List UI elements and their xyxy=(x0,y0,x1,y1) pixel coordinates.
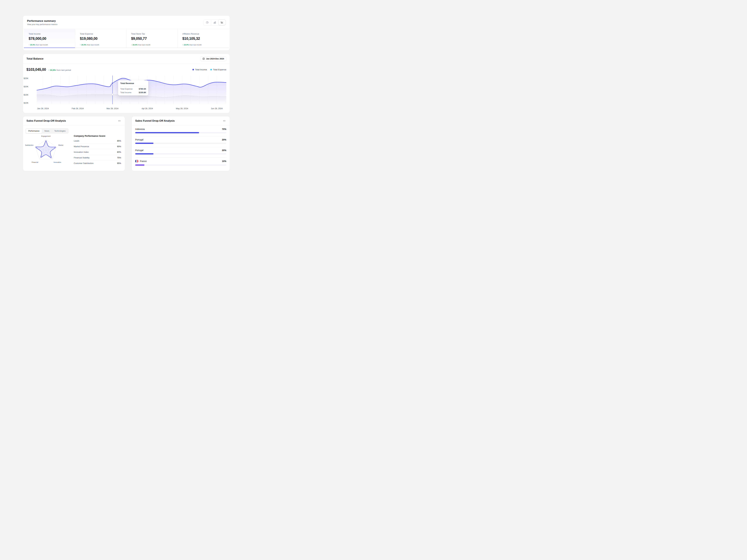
pie-chart-icon xyxy=(206,21,209,24)
country-label: Portugal xyxy=(135,138,143,141)
score-value: 95% xyxy=(117,162,121,164)
tooltip-row-label: Total Expense xyxy=(120,88,133,90)
score-label: Market Presence xyxy=(74,145,89,148)
company-performance-score: Company Performance Score Leads85% Marke… xyxy=(74,135,121,166)
score-row: Customer Satisfaction95% xyxy=(74,161,121,166)
legend-swatch xyxy=(210,69,212,70)
tooltip-row: Total Income$150.8K xyxy=(120,91,146,94)
radar-chart: EngagementMarketInnovationFinancialSatis… xyxy=(25,134,67,168)
metric-value: $10,105,32 xyxy=(182,36,225,41)
score-label: Financial Stability xyxy=(74,157,89,159)
x-axis-tick: Jan 28, 2024 xyxy=(32,107,54,110)
more-options-button[interactable] xyxy=(117,119,121,123)
balance-change: 10,5% xyxy=(50,69,56,71)
tooltip-title: Total Revenue xyxy=(120,82,146,84)
svg-text:Innovation: Innovation xyxy=(54,161,61,163)
drop-off-row-portugal-1[interactable]: Portugal20% xyxy=(135,136,226,147)
chart-type-toggle xyxy=(203,20,226,26)
arrow-up-icon: ↑ xyxy=(29,44,30,46)
progress-track xyxy=(135,164,226,166)
metric-change-suffix: than last month xyxy=(138,44,151,46)
drop-off-list: Indonesia70% Portugal20% Portugal20% Fra… xyxy=(132,126,230,169)
country-label: Indonesia xyxy=(135,128,145,130)
tab-news[interactable]: News xyxy=(42,129,52,133)
drop-off-row-france[interactable]: France 10% xyxy=(135,158,226,169)
performance-summary-card: Performance summary View your key perfor… xyxy=(23,16,230,50)
progress-track xyxy=(135,132,226,133)
sales-funnel-radar-card: Sales Funnel Drop-Off Analysis Performan… xyxy=(23,116,125,171)
metric-label: Affiliates Revenue xyxy=(182,33,225,35)
country-label: France xyxy=(140,160,147,162)
more-options-icon xyxy=(118,119,121,122)
bar-chart-toggle-button[interactable] xyxy=(211,20,218,25)
score-label: Leads xyxy=(74,140,79,142)
metric-change: 19.4% xyxy=(132,44,137,46)
more-options-icon xyxy=(223,119,226,122)
metric-value: $9,050,77 xyxy=(131,36,174,41)
metric-change-suffix: than last month xyxy=(189,44,202,46)
metric-total-income[interactable]: Total Income $78,000,00 ↑19.4%than last … xyxy=(24,29,75,48)
arrow-up-icon: ↑ xyxy=(182,44,183,46)
score-row: Innovation Index80% xyxy=(74,149,121,155)
drop-off-row-indonesia[interactable]: Indonesia70% xyxy=(135,126,226,136)
drop-off-row-portugal-2[interactable]: Portugal20% xyxy=(135,147,226,158)
tooltip-row-label: Total Income xyxy=(120,91,131,94)
metric-label: Total Expense xyxy=(80,33,123,35)
svg-text:Engagement: Engagement xyxy=(41,135,51,137)
drop-off-value: 20% xyxy=(222,149,226,152)
y-axis-tick: $20K xyxy=(24,85,33,88)
tooltip-row: Total Expense$780.5K xyxy=(120,88,146,90)
chart-legend: Total Income Total Expense xyxy=(192,69,226,71)
metric-total-store-tax[interactable]: Total Store Tax $9,050,77 ↑19.4%than las… xyxy=(126,29,178,48)
metric-value: $78,000,00 xyxy=(29,36,72,41)
calendar-icon xyxy=(203,58,205,60)
score-row: Market Presence90% xyxy=(74,144,121,149)
metric-total-expense[interactable]: Total Expense $19,080,00 ↑19.4%than last… xyxy=(75,29,126,48)
tab-performance[interactable]: Performance xyxy=(26,129,42,133)
score-row: Financial Stability75% xyxy=(74,155,121,161)
drop-off-value: 70% xyxy=(222,128,226,130)
total-balance-card: Total Balance Jan 2024-Dec 2024 $103,045… xyxy=(23,54,230,113)
chart-tooltip: Total Revenue Total Expense$780.5K Total… xyxy=(118,80,148,96)
radar-chart-svg: EngagementMarketInnovationFinancialSatis… xyxy=(25,134,67,168)
line-chart-icon xyxy=(221,21,223,24)
legend-item-expense: Total Expense xyxy=(210,69,226,71)
arrow-up-icon: ↑ xyxy=(80,44,81,46)
score-title: Company Performance Score xyxy=(74,135,121,137)
line-chart-toggle-button[interactable] xyxy=(218,20,226,25)
balance-amount: $103,045,00 xyxy=(26,68,46,72)
date-range-label: Jan 2024-Dec 2024 xyxy=(206,58,224,60)
pie-chart-toggle-button[interactable] xyxy=(203,20,211,25)
score-label: Innovation Index xyxy=(74,151,88,153)
tab-technologies[interactable]: Technologies xyxy=(52,129,68,133)
score-value: 90% xyxy=(117,145,121,148)
sales-funnel-bars-card: Sales Funnel Drop-Off Analysis Indonesia… xyxy=(132,116,230,171)
drop-off-value: 20% xyxy=(222,138,226,141)
more-options-button[interactable] xyxy=(222,119,226,123)
legend-item-income: Total Income xyxy=(192,69,207,71)
legend-label: Total Income xyxy=(195,69,207,71)
metric-affiliates-revenue[interactable]: Affiliates Revenue $10,105,32 ↑19.4%than… xyxy=(178,29,229,48)
progress-track xyxy=(135,143,226,144)
x-axis-tick: Mar 28, 2024 xyxy=(102,107,123,110)
progress-fill xyxy=(135,153,153,155)
progress-fill xyxy=(135,164,145,166)
progress-fill xyxy=(135,143,153,144)
metric-change-suffix: than last month xyxy=(36,44,48,46)
y-axis-tick: $15K xyxy=(24,94,33,96)
tooltip-row-value: $780.5K xyxy=(139,88,146,90)
page-title: Performance summary xyxy=(27,20,57,23)
legend-swatch xyxy=(192,69,194,70)
funnel-right-title: Sales Funnel Drop-Off Analysis xyxy=(135,119,175,123)
date-range-picker[interactable]: Jan 2024-Dec 2024 xyxy=(200,56,226,61)
metric-label: Total Store Tax xyxy=(131,33,174,35)
france-flag-icon xyxy=(135,160,138,163)
progress-track xyxy=(135,153,226,155)
score-row: Leads85% xyxy=(74,138,121,144)
bar-chart-icon xyxy=(213,21,216,24)
arrow-up-icon: ↑ xyxy=(48,69,49,71)
score-value: 80% xyxy=(117,151,121,153)
arrow-up-icon: ↑ xyxy=(131,44,132,46)
page-subtitle: View your key performance metrics xyxy=(27,23,57,26)
x-axis-tick: Apl 28, 2024 xyxy=(136,107,158,110)
